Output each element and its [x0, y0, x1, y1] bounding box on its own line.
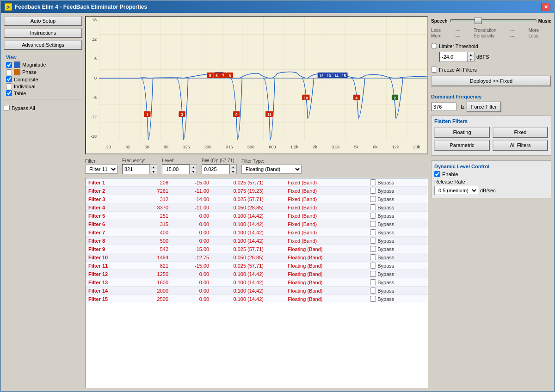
filter-name-cell: Filter 14: [86, 287, 137, 295]
close-button[interactable]: ✕: [541, 3, 550, 11]
filter-level-cell: 0.00: [171, 212, 212, 220]
frequency-spinners: ▲ ▼: [150, 164, 157, 174]
table-checkbox[interactable]: [6, 90, 12, 96]
individual-checkbox[interactable]: [6, 83, 12, 89]
limiter-spinners: ▲ ▼: [467, 52, 475, 62]
filter-freq-cell: 1250: [137, 270, 171, 278]
bypass-checkbox[interactable]: [370, 221, 376, 227]
bypass-checkbox[interactable]: [370, 254, 376, 260]
bypass-checkbox[interactable]: [370, 213, 376, 219]
bypass-checkbox[interactable]: [370, 204, 376, 210]
level-input[interactable]: [162, 164, 190, 174]
bypass-cell: Bypass: [367, 287, 428, 295]
filter-level-cell: -14.00: [171, 195, 212, 203]
bypass-cell: Bypass: [367, 278, 428, 287]
phase-row: Phase: [6, 69, 80, 75]
instructions-button[interactable]: Instructions: [4, 28, 82, 38]
filter-name-cell: Filter 10: [86, 253, 137, 262]
force-filter-button[interactable]: Force Filter: [466, 101, 501, 112]
svg-text:13: 13: [327, 74, 331, 78]
bw-up-button[interactable]: ▲: [230, 165, 236, 169]
table-row: Filter 5 251 0.00 0.100 (14.42) Fixed (B…: [86, 212, 428, 220]
bypass-checkbox[interactable]: [370, 196, 376, 202]
filter-bw-cell: 0.100 (14.42): [212, 220, 285, 228]
bypass-checkbox[interactable]: [370, 296, 376, 302]
left-panel: Auto Setup Instructions Advanced Setting…: [4, 16, 82, 388]
level-down-button[interactable]: ▼: [190, 169, 197, 174]
less-label2: Less: [529, 33, 551, 38]
filter-name-cell: Filter 15: [86, 295, 137, 303]
bypass-checkbox[interactable]: [370, 271, 376, 277]
bypass-cell: Bypass: [367, 228, 428, 237]
filter-freq-cell: 500: [137, 237, 171, 245]
bypass-all-checkbox[interactable]: [4, 105, 10, 111]
hz-label: Hz: [458, 104, 464, 110]
filter-level-cell: 0.00: [171, 278, 212, 287]
magnitude-color-box: [14, 61, 20, 68]
filter-table: Filter 1 206 -15.00 0.025 (57.71) Fixed …: [86, 178, 428, 303]
filter-table-container[interactable]: Filter 1 206 -15.00 0.025 (57.71) Fixed …: [85, 178, 428, 388]
filter-level-cell: 0.00: [171, 237, 212, 245]
frequency-label: Frequency:: [122, 158, 157, 163]
filter-type-cell: Fixed (Band): [285, 237, 367, 245]
filter-select[interactable]: Filter 11: [85, 165, 117, 174]
enable-checkbox[interactable]: [434, 171, 440, 177]
bypass-cell: Bypass: [367, 237, 428, 245]
filter-type-select[interactable]: Floating (Band): [241, 165, 302, 174]
all-filters-button[interactable]: All Filters: [493, 140, 548, 151]
filter-freq-cell: 251: [137, 212, 171, 220]
frequency-input[interactable]: [122, 164, 150, 174]
table-row: Filter 4 3370 -11.00 0.050 (28.85) Fixed…: [86, 203, 428, 212]
bypass-cell: Bypass: [367, 262, 428, 270]
speech-music-thumb[interactable]: [475, 18, 482, 24]
composite-checkbox[interactable]: [6, 76, 12, 82]
frequency-down-button[interactable]: ▼: [150, 169, 157, 174]
filter-bw-cell: 0.025 (57.71): [212, 178, 285, 187]
bypass-checkbox[interactable]: [370, 288, 376, 294]
deployed-fixed-button[interactable]: Deployed >> Fixed: [431, 75, 551, 86]
release-select[interactable]: 0.5 (medium): [434, 186, 478, 195]
troxelation-grid: Less --- Troxelation --- More More --- S…: [431, 28, 551, 38]
floating-button[interactable]: Floating: [434, 127, 490, 138]
bypass-checkbox[interactable]: [370, 279, 376, 285]
filter-freq-cell: 2500: [137, 295, 171, 303]
filter-name-cell: Filter 1: [86, 178, 137, 187]
bw-down-button[interactable]: ▼: [230, 169, 236, 174]
level-up-button[interactable]: ▲: [190, 165, 197, 169]
svg-text:1: 1: [146, 113, 148, 117]
dominant-hz-input[interactable]: [431, 103, 456, 111]
fixed-button[interactable]: Fixed: [493, 127, 548, 138]
advanced-settings-button[interactable]: Advanced Settings: [4, 40, 82, 50]
bypass-checkbox[interactable]: [370, 188, 376, 194]
freeze-checkbox[interactable]: [431, 67, 437, 73]
bypass-cell: Bypass: [367, 253, 428, 262]
bypass-cell: Bypass: [367, 203, 428, 212]
limiter-up-button[interactable]: ▲: [468, 52, 474, 57]
filter-label: Filter:: [85, 159, 117, 164]
frequency-up-button[interactable]: ▲: [150, 165, 157, 169]
limiter-down-button[interactable]: ▼: [468, 57, 474, 61]
filter-type-cell: Floating (Band): [285, 245, 367, 253]
filter-name-cell: Filter 8: [86, 237, 137, 245]
filter-freq-cell: 1494: [137, 253, 171, 262]
filter-type-group: Filter Type: Floating (Band): [241, 159, 302, 174]
bw-input[interactable]: [202, 164, 229, 174]
bypass-checkbox[interactable]: [370, 238, 376, 244]
bypass-checkbox[interactable]: [370, 263, 376, 269]
phase-checkbox[interactable]: [6, 69, 12, 75]
limiter-radio[interactable]: [431, 43, 437, 49]
magnitude-checkbox[interactable]: [6, 62, 12, 68]
parametric-button[interactable]: Parametric: [434, 140, 490, 151]
bypass-checkbox[interactable]: [370, 229, 376, 235]
magnitude-row: Magnitude: [6, 61, 80, 68]
bypass-checkbox[interactable]: [370, 246, 376, 252]
limiter-value-input[interactable]: [439, 52, 467, 62]
filter-freq-cell: 206: [137, 178, 171, 187]
bypass-checkbox[interactable]: [370, 179, 376, 185]
filter-type-cell: Fixed (Band): [285, 212, 367, 220]
filter-name-cell: Filter 2: [86, 187, 137, 195]
filter-name-cell: Filter 11: [86, 262, 137, 270]
enable-label: Enable: [442, 172, 458, 177]
limiter-row: Limiter Threshold: [431, 43, 551, 49]
auto-setup-button[interactable]: Auto Setup: [4, 16, 82, 26]
